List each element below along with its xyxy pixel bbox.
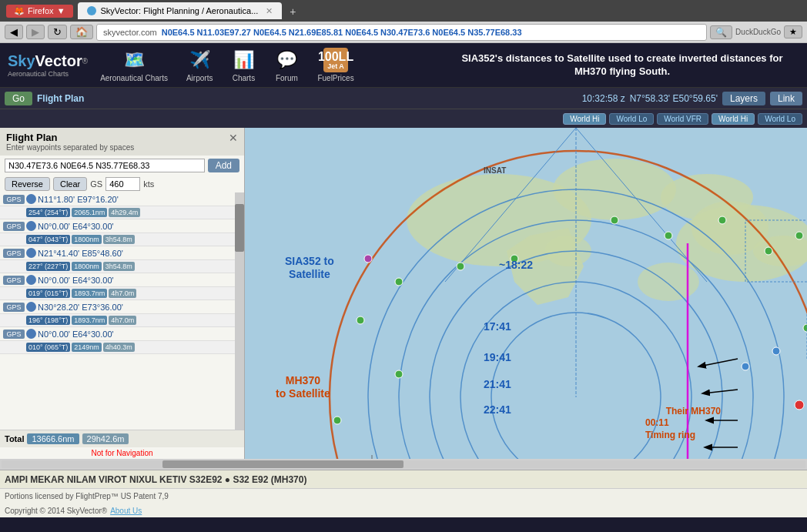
- sv-header: Sky Vector ® Aeronautical Charts 🗺️ Aero…: [0, 43, 807, 88]
- waypoint-row-2b: 227° (227°T) 1800nm 3h54.8m: [0, 260, 244, 273]
- charts2-label: Charts: [233, 74, 255, 82]
- wp-dist-3: 1893.7nm: [72, 289, 107, 298]
- scroll-track[interactable]: [235, 192, 244, 430]
- fp-controls-row: Reverse Clear GS kts: [0, 176, 244, 192]
- layer-world-hi-2[interactable]: World Hi: [712, 113, 755, 125]
- wp-time-2: 3h54.8m: [103, 262, 135, 271]
- waypoint-row-3b: 019° (015°T) 1893.7nm 4h7.0m: [0, 287, 244, 300]
- gs-input[interactable]: [105, 177, 140, 191]
- layer-world-vfr[interactable]: World VFR: [657, 113, 708, 125]
- wp-dist-0: 2065.1nm: [72, 208, 107, 217]
- fp-add-button[interactable]: Add: [208, 159, 239, 172]
- tab-title: SkyVector: Flight Planning / Aeronautica…: [101, 6, 259, 15]
- charts-icon: 🗺️: [122, 48, 146, 72]
- browser-menu[interactable]: 🦊 Firefox ▼: [6, 5, 73, 18]
- new-tab-btn[interactable]: +: [283, 4, 302, 19]
- sv-logo-vector: Vector: [35, 52, 82, 70]
- waypoint-row-5b: 010° (065°T) 2149nm 4h40.3m: [0, 341, 244, 354]
- svg-point-50: [742, 363, 749, 370]
- wp-name-1: N0°0.00' E64°30.00': [38, 222, 241, 231]
- bottom-scrollbar[interactable]: [0, 459, 807, 470]
- active-tab[interactable]: SkyVector: Flight Planning / Aeronautica…: [78, 2, 283, 19]
- wp-globe-3[interactable]: [26, 275, 36, 285]
- wp-globe-5[interactable]: [26, 329, 36, 339]
- fp-total-time: 29h42.6m: [82, 433, 129, 444]
- wp-dist-5: 2149nm: [72, 343, 102, 352]
- svg-point-46: [364, 255, 372, 263]
- svg-point-26: [457, 263, 464, 270]
- layer-world-hi-1[interactable]: World Hi: [563, 113, 606, 125]
- tab-close[interactable]: ✕: [266, 6, 273, 16]
- fp-total-dist: 13666.6nm: [27, 433, 79, 444]
- sv-toolbar: Go Flight Plan 10:32:58 z N7°58.33' E50°…: [0, 88, 807, 109]
- charts2-icon: 📊: [231, 48, 256, 72]
- wp-globe-4[interactable]: [26, 302, 36, 312]
- waypoint-row-3: GPS N0°0.00' E64°30.00': [0, 273, 244, 287]
- reload-btn[interactable]: ↻: [48, 25, 67, 39]
- footer: Portions licensed by FlightPrep™ US Pate…: [0, 488, 807, 504]
- header-announcement: SIA352's distances to Satellite used to …: [445, 52, 799, 79]
- duckduckgo-label: DuckDuckGo: [735, 28, 781, 36]
- fuel-label: FuelPrices: [317, 74, 353, 82]
- map-container[interactable]: SIA352 to Satellite MH370 to Satellite ~…: [245, 128, 807, 459]
- fp-close-btn[interactable]: ✕: [229, 132, 238, 144]
- svg-point-28: [511, 255, 518, 263]
- h-scroll-track[interactable]: [2, 460, 805, 468]
- fp-waypoint-input[interactable]: [5, 159, 205, 172]
- svg-point-33: [795, 232, 803, 239]
- wp-name-2: N21°41.40' E85°48.60': [38, 249, 241, 258]
- waypoint-row-0: GPS N11°1.80' E97°16.20': [0, 192, 244, 206]
- flight-plan-panel: Flight Plan Enter waypoints separated by…: [0, 128, 245, 459]
- back-btn[interactable]: ◀: [5, 25, 23, 39]
- nav-charts[interactable]: 🗺️ Aeronautical Charts: [94, 45, 174, 85]
- url-bar-container: skyvector.com N0E64.5 N11.03E97.27 N0E64…: [96, 24, 707, 41]
- gs-label: GS: [90, 179, 102, 189]
- link-button[interactable]: Link: [770, 92, 802, 105]
- waypoint-row-5: GPS N0°0.00' E64°30.00': [0, 327, 244, 341]
- search-btn[interactable]: 🔍: [710, 25, 732, 39]
- fp-nav-notice: Not for Navigation: [0, 447, 244, 459]
- map-svg: [245, 128, 807, 459]
- svg-point-25: [395, 278, 403, 286]
- sv-logo-sky: Sky: [8, 52, 35, 70]
- toolbar-coords: N7°58.33' E50°59.65': [630, 93, 718, 104]
- new-tab-icon: +: [290, 5, 296, 18]
- wp-gps-4: GPS: [3, 303, 25, 312]
- fp-title: Flight Plan: [6, 132, 134, 143]
- waypoint-row-1b: 047° (043°T) 1800nm 3h54.8m: [0, 233, 244, 246]
- layer-world-lo-2[interactable]: World Lo: [758, 113, 802, 125]
- go-button[interactable]: Go: [5, 92, 32, 105]
- sv-logo[interactable]: Sky Vector ® Aeronautical Charts: [8, 52, 88, 78]
- layers-button[interactable]: Layers: [722, 92, 765, 105]
- wp-globe-1[interactable]: [26, 221, 36, 231]
- svg-point-31: [718, 216, 726, 224]
- wp-bearing-0: 254° (254°T): [26, 208, 70, 217]
- nav-forum[interactable]: 💬 Forum: [268, 45, 305, 85]
- nav-airports[interactable]: ✈️ Airports: [180, 45, 219, 85]
- wp-globe-2[interactable]: [26, 248, 36, 258]
- bookmark-btn[interactable]: ★: [784, 25, 802, 38]
- forum-label: Forum: [276, 74, 298, 82]
- about-us-link[interactable]: About Us: [110, 507, 142, 515]
- main-area: Flight Plan Enter waypoints separated by…: [0, 128, 807, 459]
- waypoint-row-4: GPS N30°28.20' E73°36.00': [0, 300, 244, 314]
- wp-globe-0[interactable]: [26, 194, 36, 204]
- browser-navbar: ◀ ▶ ↻ 🏠 skyvector.com N0E64.5 N11.03E97.…: [0, 22, 807, 43]
- wp-gps-0: GPS: [3, 195, 25, 204]
- forward-btn[interactable]: ▶: [26, 25, 45, 39]
- kts-label: kts: [143, 179, 154, 189]
- home-btn[interactable]: 🏠: [70, 25, 93, 39]
- fp-clear-btn[interactable]: Clear: [53, 177, 87, 191]
- nav-charts2[interactable]: 📊 Charts: [225, 45, 262, 85]
- nav-fuel[interactable]: 100LLJet A FuelPrices: [311, 45, 360, 85]
- waypoint-row-4b: 196° (198°T) 1893.7nm 4h7.0m: [0, 314, 244, 327]
- fp-reverse-btn[interactable]: Reverse: [5, 177, 50, 191]
- firefox-label: Firefox: [28, 6, 54, 15]
- airports-label: Airports: [186, 74, 213, 82]
- wp-dist-2: 1800nm: [72, 262, 102, 271]
- scroll-thumb[interactable]: [235, 204, 244, 252]
- svg-point-39: [333, 417, 341, 424]
- wp-name-4: N30°28.20' E73°36.00': [38, 303, 241, 312]
- layer-world-lo-1[interactable]: World Lo: [609, 113, 654, 125]
- h-scroll-thumb[interactable]: [162, 460, 404, 468]
